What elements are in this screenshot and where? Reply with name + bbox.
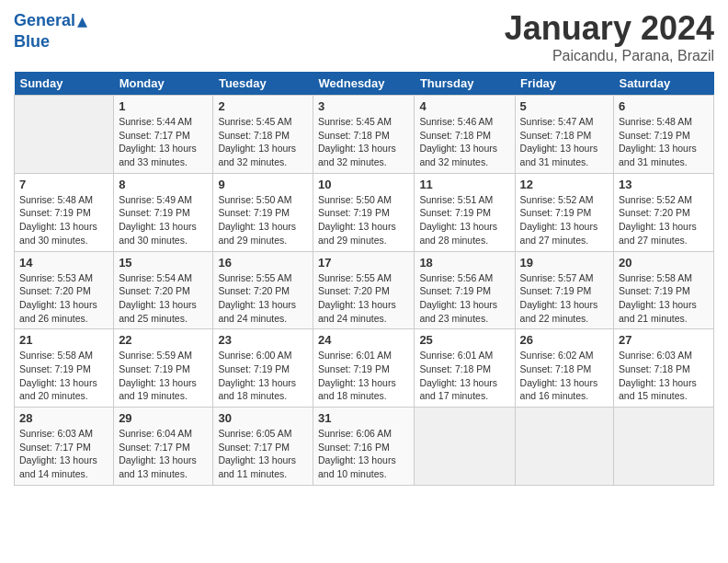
day-number: 26: [520, 333, 609, 347]
calendar-cell: [15, 96, 114, 174]
calendar-week-5: 28 Sunrise: 6:03 AMSunset: 7:17 PMDaylig…: [15, 408, 714, 486]
day-number: 4: [419, 99, 509, 113]
calendar-cell: 25 Sunrise: 6:01 AMSunset: 7:18 PMDaylig…: [415, 329, 515, 408]
calendar-cell: 28 Sunrise: 6:03 AMSunset: 7:17 PMDaylig…: [15, 408, 114, 486]
day-info: Sunrise: 6:05 AMSunset: 7:17 PMDaylight:…: [218, 427, 308, 481]
day-info: Sunrise: 6:00 AMSunset: 7:19 PMDaylight:…: [218, 349, 308, 403]
day-info: Sunrise: 5:50 AMSunset: 7:19 PMDaylight:…: [218, 193, 308, 247]
day-info: Sunrise: 5:45 AMSunset: 7:18 PMDaylight:…: [218, 115, 308, 169]
day-number: 31: [318, 411, 409, 425]
calendar-cell: 19 Sunrise: 5:57 AMSunset: 7:19 PMDaylig…: [515, 251, 613, 329]
calendar-cell: 14 Sunrise: 5:53 AMSunset: 7:20 PMDaylig…: [15, 251, 114, 329]
day-info: Sunrise: 5:49 AMSunset: 7:19 PMDaylight:…: [119, 193, 208, 247]
day-info: Sunrise: 5:50 AMSunset: 7:19 PMDaylight:…: [318, 193, 409, 247]
day-number: 29: [119, 411, 208, 425]
calendar-cell: 11 Sunrise: 5:51 AMSunset: 7:19 PMDaylig…: [415, 173, 515, 251]
day-number: 25: [419, 333, 509, 347]
month-title: January 2024: [505, 9, 714, 48]
day-info: Sunrise: 6:03 AMSunset: 7:17 PMDaylight:…: [19, 427, 108, 481]
day-number: 8: [119, 178, 208, 191]
calendar-cell: 21 Sunrise: 5:58 AMSunset: 7:19 PMDaylig…: [15, 329, 114, 408]
day-info: Sunrise: 5:55 AMSunset: 7:20 PMDaylight:…: [318, 271, 409, 326]
calendar-cell: 20 Sunrise: 5:58 AMSunset: 7:19 PMDaylig…: [614, 251, 714, 329]
day-info: Sunrise: 5:53 AMSunset: 7:20 PMDaylight:…: [19, 271, 108, 326]
calendar-table: Sunday Monday Tuesday Wednesday Thursday…: [14, 72, 714, 486]
calendar-cell: 4 Sunrise: 5:46 AMSunset: 7:18 PMDayligh…: [415, 96, 515, 174]
page-container: General ▴ Blue January 2024 Paicandu, Pa…: [0, 0, 728, 495]
day-number: 30: [218, 411, 308, 425]
calendar-cell: 23 Sunrise: 6:00 AMSunset: 7:19 PMDaylig…: [213, 329, 313, 408]
calendar-cell: 12 Sunrise: 5:52 AMSunset: 7:19 PMDaylig…: [515, 173, 613, 251]
calendar-cell: 8 Sunrise: 5:49 AMSunset: 7:19 PMDayligh…: [114, 173, 213, 251]
day-number: 15: [119, 256, 208, 270]
day-info: Sunrise: 5:56 AMSunset: 7:19 PMDaylight:…: [419, 271, 509, 326]
day-info: Sunrise: 5:52 AMSunset: 7:19 PMDaylight:…: [520, 193, 609, 247]
calendar-cell: 16 Sunrise: 5:55 AMSunset: 7:20 PMDaylig…: [213, 251, 313, 329]
logo-text-general: General: [14, 12, 75, 30]
day-number: 3: [318, 99, 409, 113]
day-info: Sunrise: 5:48 AMSunset: 7:19 PMDaylight:…: [619, 115, 709, 169]
calendar-week-1: 1 Sunrise: 5:44 AMSunset: 7:17 PMDayligh…: [15, 96, 714, 174]
calendar-cell: 9 Sunrise: 5:50 AMSunset: 7:19 PMDayligh…: [213, 173, 313, 251]
calendar-cell: 5 Sunrise: 5:47 AMSunset: 7:18 PMDayligh…: [515, 96, 613, 174]
calendar-cell: 10 Sunrise: 5:50 AMSunset: 7:19 PMDaylig…: [313, 173, 415, 251]
day-info: Sunrise: 5:57 AMSunset: 7:19 PMDaylight:…: [520, 271, 609, 326]
day-number: 5: [520, 99, 609, 113]
calendar-week-2: 7 Sunrise: 5:48 AMSunset: 7:19 PMDayligh…: [15, 173, 714, 251]
calendar-cell: 27 Sunrise: 6:03 AMSunset: 7:18 PMDaylig…: [614, 329, 714, 408]
day-number: 21: [19, 333, 108, 347]
day-number: 7: [19, 178, 108, 191]
calendar-cell: [515, 408, 613, 486]
header: General ▴ Blue January 2024 Paicandu, Pa…: [14, 9, 714, 64]
day-info: Sunrise: 5:58 AMSunset: 7:19 PMDaylight:…: [19, 349, 108, 403]
calendar-cell: 7 Sunrise: 5:48 AMSunset: 7:19 PMDayligh…: [15, 173, 114, 251]
day-info: Sunrise: 5:45 AMSunset: 7:18 PMDaylight:…: [318, 115, 409, 169]
calendar-cell: 29 Sunrise: 6:04 AMSunset: 7:17 PMDaylig…: [114, 408, 213, 486]
day-info: Sunrise: 5:58 AMSunset: 7:19 PMDaylight:…: [619, 271, 709, 326]
calendar-cell: 3 Sunrise: 5:45 AMSunset: 7:18 PMDayligh…: [313, 96, 415, 174]
calendar-cell: [415, 408, 515, 486]
title-block: January 2024 Paicandu, Parana, Brazil: [505, 9, 714, 64]
day-number: 22: [119, 333, 208, 347]
day-info: Sunrise: 5:44 AMSunset: 7:17 PMDaylight:…: [119, 115, 208, 169]
calendar-cell: 31 Sunrise: 6:06 AMSunset: 7:16 PMDaylig…: [313, 408, 415, 486]
location-subtitle: Paicandu, Parana, Brazil: [505, 48, 714, 64]
day-info: Sunrise: 6:04 AMSunset: 7:17 PMDaylight:…: [119, 427, 208, 481]
day-info: Sunrise: 5:52 AMSunset: 7:20 PMDaylight:…: [619, 193, 709, 247]
calendar-cell: 15 Sunrise: 5:54 AMSunset: 7:20 PMDaylig…: [114, 251, 213, 329]
calendar-cell: 17 Sunrise: 5:55 AMSunset: 7:20 PMDaylig…: [313, 251, 415, 329]
day-number: 28: [19, 411, 108, 425]
day-number: 24: [318, 333, 409, 347]
day-number: 14: [19, 256, 108, 270]
header-tuesday: Tuesday: [213, 72, 313, 96]
calendar-header-row: Sunday Monday Tuesday Wednesday Thursday…: [15, 72, 714, 96]
header-saturday: Saturday: [614, 72, 714, 96]
day-number: 18: [419, 256, 509, 270]
calendar-cell: [614, 408, 714, 486]
day-number: 11: [419, 178, 509, 191]
day-info: Sunrise: 6:01 AMSunset: 7:19 PMDaylight:…: [318, 349, 409, 403]
day-info: Sunrise: 6:01 AMSunset: 7:18 PMDaylight:…: [419, 349, 509, 403]
day-info: Sunrise: 6:02 AMSunset: 7:18 PMDaylight:…: [520, 349, 609, 403]
header-monday: Monday: [114, 72, 213, 96]
day-number: 12: [520, 178, 609, 191]
calendar-week-3: 14 Sunrise: 5:53 AMSunset: 7:20 PMDaylig…: [15, 251, 714, 329]
day-info: Sunrise: 5:54 AMSunset: 7:20 PMDaylight:…: [119, 271, 208, 326]
logo: General ▴ Blue: [14, 9, 87, 52]
header-friday: Friday: [515, 72, 613, 96]
day-info: Sunrise: 5:46 AMSunset: 7:18 PMDaylight:…: [419, 115, 509, 169]
header-thursday: Thursday: [415, 72, 515, 96]
calendar-cell: 30 Sunrise: 6:05 AMSunset: 7:17 PMDaylig…: [213, 408, 313, 486]
calendar-cell: 18 Sunrise: 5:56 AMSunset: 7:19 PMDaylig…: [415, 251, 515, 329]
logo-text-blue: Blue: [14, 33, 87, 52]
logo-bird-icon: ▴: [77, 9, 87, 33]
calendar-cell: 1 Sunrise: 5:44 AMSunset: 7:17 PMDayligh…: [114, 96, 213, 174]
day-number: 16: [218, 256, 308, 270]
day-number: 20: [619, 256, 709, 270]
day-number: 23: [218, 333, 308, 347]
day-info: Sunrise: 6:06 AMSunset: 7:16 PMDaylight:…: [318, 427, 409, 481]
day-number: 9: [218, 178, 308, 191]
calendar-cell: 26 Sunrise: 6:02 AMSunset: 7:18 PMDaylig…: [515, 329, 613, 408]
day-info: Sunrise: 5:51 AMSunset: 7:19 PMDaylight:…: [419, 193, 509, 247]
day-number: 6: [619, 99, 709, 113]
